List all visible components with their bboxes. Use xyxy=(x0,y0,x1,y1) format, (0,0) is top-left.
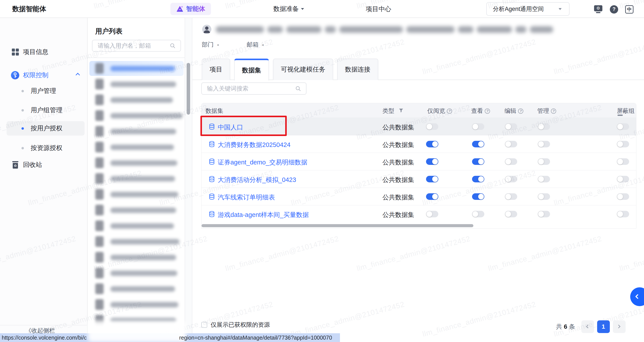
toggle-shield[interactable] xyxy=(617,193,629,200)
toggle-readonly[interactable] xyxy=(426,176,438,182)
username-blurred xyxy=(110,176,175,181)
user-list-item[interactable] xyxy=(88,92,185,108)
help-icon[interactable]: ? xyxy=(610,5,618,13)
toggle-readonly[interactable] xyxy=(426,123,438,130)
next-page-button[interactable] xyxy=(613,320,626,333)
horizontal-scrollbar[interactable] xyxy=(202,224,473,227)
user-list-item[interactable] xyxy=(88,171,185,186)
user-list-item[interactable] xyxy=(88,76,185,92)
sidebar-subitem-authorize-by-resource[interactable]: 按资源授权 xyxy=(0,141,88,155)
tab-数据集[interactable]: 数据集 xyxy=(234,59,269,80)
toggle-readonly[interactable] xyxy=(426,193,438,200)
sidebar-subitem-usergroup-management[interactable]: 用户组管理 xyxy=(0,103,88,117)
help-circle-icon[interactable]: ? xyxy=(518,108,523,114)
page-1-button[interactable]: 1 xyxy=(597,320,610,333)
toggle-manage[interactable] xyxy=(538,211,550,217)
toggle-readonly[interactable] xyxy=(426,141,438,147)
toggle-edit[interactable] xyxy=(505,141,517,147)
table-row: 证券agent_demo_交易明细数据 公共数据集 xyxy=(202,153,636,170)
user-list-item[interactable] xyxy=(88,155,185,171)
toggle-shield[interactable] xyxy=(617,123,629,130)
toggle-edit[interactable] xyxy=(505,123,517,130)
main-content: 部门 - 邮箱 - 项目数据集可视化建模任务数据连接 输入关键词搜索 数据集 类… xyxy=(192,18,644,342)
user-list-item[interactable] xyxy=(88,265,185,281)
sidebar-item-permission-control[interactable]: 权限控制 xyxy=(0,67,88,83)
toggle-edit[interactable] xyxy=(505,176,517,182)
dataset-link[interactable]: 大消费财务数据20250424 xyxy=(218,141,290,149)
nav-data-prep[interactable]: 数据准备 xyxy=(273,0,304,18)
dataset-type: 公共数据集 xyxy=(382,123,414,132)
user-list-item[interactable] xyxy=(88,218,185,234)
dataset-link[interactable]: 证券agent_demo_交易明细数据 xyxy=(218,158,307,167)
toggle-view[interactable] xyxy=(472,193,484,200)
dataset-search-input[interactable]: 输入关键词搜索 xyxy=(201,82,306,95)
help-circle-icon[interactable]: ? xyxy=(485,108,490,114)
sidebar-subitem-authorize-by-user[interactable]: 按用户授权 xyxy=(0,121,88,136)
toggle-shield[interactable] xyxy=(617,176,629,182)
toggle-manage[interactable] xyxy=(538,123,550,130)
table-row: 汽车线索订单明细表 公共数据集 xyxy=(202,188,636,205)
collapse-sidebar-button[interactable]: 《收起侧栏 xyxy=(26,327,55,335)
toggle-view[interactable] xyxy=(472,176,484,182)
toggle-view[interactable] xyxy=(472,123,484,130)
user-list-item[interactable] xyxy=(88,202,185,218)
database-icon xyxy=(208,193,215,200)
toggle-view[interactable] xyxy=(472,158,484,165)
nav-agent-label: 智能体 xyxy=(186,4,205,13)
dataset-link[interactable]: 大消费活动分析_模拟_0423 xyxy=(218,175,296,184)
user-list-item[interactable] xyxy=(88,61,185,76)
toggle-manage[interactable] xyxy=(538,158,550,165)
toggle-view[interactable] xyxy=(472,211,484,217)
user-list-item[interactable] xyxy=(88,186,185,202)
console-settings-icon[interactable]: ⚙ xyxy=(594,5,602,13)
toggle-edit[interactable] xyxy=(505,158,517,165)
tab-项目[interactable]: 项目 xyxy=(202,59,230,80)
toggle-manage[interactable] xyxy=(538,193,550,200)
toggle-readonly[interactable] xyxy=(426,211,438,217)
dataset-type: 公共数据集 xyxy=(382,141,414,149)
toggle-manage[interactable] xyxy=(538,176,550,182)
nav-tab-agent[interactable]: 智能体 xyxy=(170,3,211,15)
toggle-manage[interactable] xyxy=(538,141,550,147)
workspace-select[interactable]: 分析Agent通用空间 xyxy=(486,2,570,16)
avatar-blurred xyxy=(95,63,104,74)
toggle-edit[interactable] xyxy=(505,211,517,217)
sidebar-item-project-info[interactable]: 项目信息 xyxy=(0,44,88,60)
tab-bar: 项目数据集可视化建模任务数据连接 xyxy=(202,59,378,80)
username-blurred xyxy=(110,286,175,292)
checkbox[interactable] xyxy=(201,322,207,328)
user-list-scrollbar[interactable] xyxy=(187,63,190,115)
user-list-item[interactable] xyxy=(88,108,185,124)
database-icon xyxy=(208,141,215,148)
tab-数据连接[interactable]: 数据连接 xyxy=(337,59,378,80)
help-circle-icon[interactable]: ? xyxy=(447,108,452,114)
gear-icon: ⚙ xyxy=(594,5,602,11)
help-circle-icon[interactable]: ? xyxy=(551,108,556,114)
toggle-readonly[interactable] xyxy=(426,158,438,165)
user-list-item[interactable] xyxy=(88,281,185,297)
toggle-edit[interactable] xyxy=(505,193,517,200)
user-list-panel: 用户列表 请输入用户名，邮箱 xyxy=(88,18,185,342)
user-list-item[interactable] xyxy=(88,234,185,249)
sidebar-footer: 《收起侧栏 xyxy=(0,325,88,334)
toggle-shield[interactable] xyxy=(617,211,629,217)
user-list-item[interactable] xyxy=(88,139,185,155)
chevron-up-icon[interactable] xyxy=(76,73,80,77)
email-label: 邮箱 xyxy=(247,41,258,48)
language-icon[interactable]: 中 xyxy=(625,5,634,13)
dataset-link[interactable]: 游戏data-agent样本间_买量数据 xyxy=(218,211,309,219)
user-search-input[interactable]: 请输入用户名，邮箱 xyxy=(92,40,181,52)
toggle-shield[interactable] xyxy=(617,141,629,147)
user-list-item[interactable] xyxy=(88,124,185,139)
sidebar-item-recycle-bin[interactable]: ♻ 回收站 xyxy=(0,157,88,173)
tab-可视化建模任务[interactable]: 可视化建模任务 xyxy=(273,59,333,80)
user-list-item[interactable] xyxy=(88,297,185,313)
toggle-shield[interactable] xyxy=(617,158,629,165)
toggle-view[interactable] xyxy=(472,141,484,147)
filter-icon[interactable] xyxy=(399,108,404,113)
user-list-item[interactable] xyxy=(88,249,185,265)
sidebar-subitem-user-management[interactable]: 用户管理 xyxy=(0,84,88,98)
dataset-link[interactable]: 汽车线索订单明细表 xyxy=(218,193,275,202)
nav-project-center[interactable]: 项目中心 xyxy=(366,0,391,18)
prev-page-button[interactable] xyxy=(581,320,594,333)
